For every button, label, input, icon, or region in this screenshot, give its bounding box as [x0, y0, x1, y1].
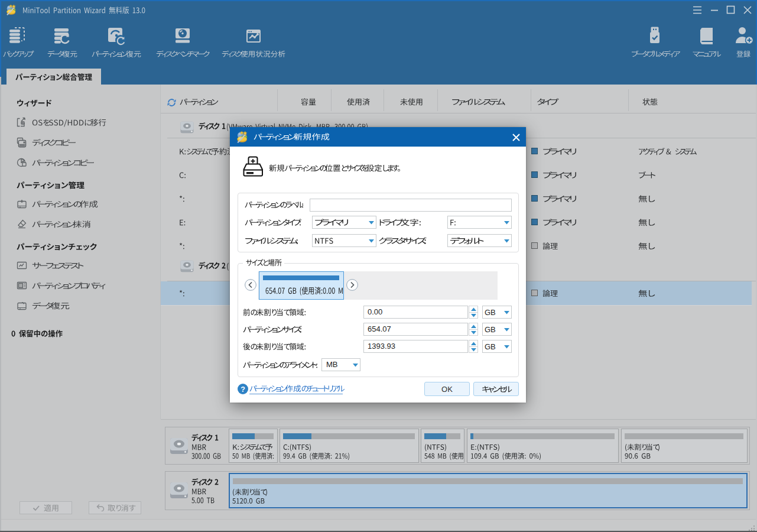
- svg-text:?: ?: [241, 385, 245, 394]
